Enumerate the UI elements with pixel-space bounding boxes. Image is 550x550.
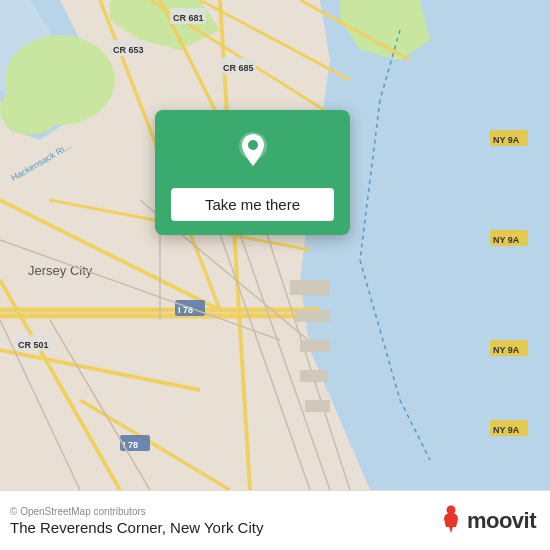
svg-text:Jersey City: Jersey City <box>28 263 93 278</box>
bottom-left: © OpenStreetMap contributors The Reveren… <box>10 506 263 536</box>
svg-rect-61 <box>300 370 328 382</box>
location-card[interactable]: Take me there <box>155 110 350 235</box>
svg-rect-58 <box>290 280 330 295</box>
svg-text:NY 9A: NY 9A <box>493 425 520 435</box>
svg-point-6 <box>0 85 60 135</box>
map-container: I 78 I 78 NY 9A NY 9A NY 9A NY 9A CR 681… <box>0 0 550 490</box>
svg-text:CR 685: CR 685 <box>223 63 254 73</box>
svg-text:NY 9A: NY 9A <box>493 345 520 355</box>
copyright-text: © OpenStreetMap contributors <box>10 506 263 517</box>
moovit-text: moovit <box>467 508 536 534</box>
svg-text:CR 653: CR 653 <box>113 45 144 55</box>
svg-text:CR 501: CR 501 <box>18 340 49 350</box>
svg-rect-62 <box>305 400 330 412</box>
moovit-icon <box>437 505 465 537</box>
take-me-there-button[interactable]: Take me there <box>171 188 334 221</box>
pin-icon <box>231 128 275 176</box>
map-background: I 78 I 78 NY 9A NY 9A NY 9A NY 9A CR 681… <box>0 0 550 490</box>
svg-text:CR 681: CR 681 <box>173 13 204 23</box>
svg-rect-59 <box>295 310 330 322</box>
svg-rect-60 <box>300 340 330 352</box>
svg-text:NY 9A: NY 9A <box>493 135 520 145</box>
svg-point-64 <box>248 140 258 150</box>
bottom-bar: © OpenStreetMap contributors The Reveren… <box>0 490 550 550</box>
location-name: The Reverends Corner, New York City <box>10 519 263 536</box>
svg-text:NY 9A: NY 9A <box>493 235 520 245</box>
moovit-logo[interactable]: moovit <box>437 505 536 537</box>
